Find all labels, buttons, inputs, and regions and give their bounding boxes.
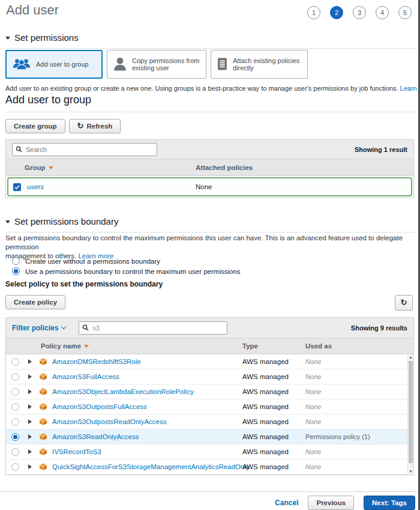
card-label: Attach existing policies directly bbox=[233, 57, 301, 71]
section-permissions-boundary: Set permissions boundary bbox=[5, 216, 417, 232]
learn-more-link[interactable]: Learn more bbox=[400, 85, 420, 92]
policy-cube-icon bbox=[39, 417, 47, 426]
policy-name-link[interactable]: AmazonS3ObjectLambdaExecutionRolePolicy bbox=[52, 388, 194, 395]
policy-cube-icon bbox=[39, 433, 47, 441]
refresh-policies-button[interactable]: ↻ bbox=[395, 295, 413, 311]
expand-caret-icon[interactable] bbox=[28, 464, 32, 469]
policy-radio[interactable] bbox=[11, 433, 19, 441]
select-policy-label: Select policy to set the permissions bou… bbox=[5, 280, 163, 288]
expand-caret-icon[interactable] bbox=[28, 389, 32, 394]
expand-caret-icon[interactable] bbox=[28, 449, 32, 454]
policy-row[interactable]: AmazonS3ReadOnlyAccessAWS managedPermiss… bbox=[6, 430, 413, 445]
column-policy-name[interactable]: Policy name bbox=[6, 342, 89, 350]
policy-row[interactable]: IVSRecordToS3AWS managedNone bbox=[6, 445, 413, 460]
group-row-users[interactable]: users None bbox=[7, 177, 412, 196]
scrollbar-thumb[interactable] bbox=[409, 361, 413, 463]
policy-radio[interactable] bbox=[11, 448, 19, 456]
step-circle-2: 2 bbox=[330, 6, 343, 19]
boundary-radio-group: Create user without a permissions bounda… bbox=[12, 257, 241, 275]
chevron-down-icon bbox=[61, 324, 66, 329]
radio-no-boundary[interactable]: Create user without a permissions bounda… bbox=[12, 257, 241, 265]
expand-caret-icon[interactable] bbox=[28, 419, 32, 424]
policy-row[interactable]: AmazonS3OutpostsReadOnlyAccessAWS manage… bbox=[6, 414, 413, 430]
policy-type: AWS managed bbox=[242, 358, 289, 365]
policy-name-link[interactable]: AmazonS3FullAccess bbox=[52, 373, 119, 380]
expand-caret-icon[interactable] bbox=[28, 374, 32, 379]
section-set-permissions: Set permissions bbox=[5, 32, 417, 49]
group-toolbar-buttons: Create group ↻Refresh bbox=[5, 119, 121, 133]
radio-label: Use a permissions boundary to control th… bbox=[25, 268, 241, 275]
policy-name-link[interactable]: AmazonDMSRedshiftS3Role bbox=[52, 358, 141, 365]
policy-search-input[interactable] bbox=[79, 321, 227, 335]
policy-used-as: None bbox=[305, 463, 321, 470]
radio-icon[interactable] bbox=[12, 267, 20, 275]
policy-type: AWS managed bbox=[242, 433, 289, 440]
radio-use-boundary[interactable]: Use a permissions boundary to control th… bbox=[12, 267, 241, 275]
group-search-input[interactable] bbox=[12, 143, 157, 156]
card-add-user-to-group[interactable]: Add user to group bbox=[5, 50, 103, 79]
cancel-link[interactable]: Cancel bbox=[275, 499, 298, 507]
create-policy-button[interactable]: Create policy bbox=[5, 295, 65, 309]
step-circle-1: 1 bbox=[307, 6, 320, 19]
previous-button[interactable]: Previous bbox=[308, 496, 354, 510]
column-group[interactable]: Group bbox=[6, 164, 53, 171]
policy-row[interactable]: AmazonS3FullAccessAWS managedNone bbox=[6, 369, 413, 384]
search-icon bbox=[16, 146, 22, 153]
policy-row[interactable]: QuickSightAccessForS3StorageManagementAn… bbox=[6, 460, 413, 475]
scroll-up-icon[interactable]: ▲ bbox=[408, 354, 413, 360]
policy-type: AWS managed bbox=[242, 403, 289, 410]
policy-name-link[interactable]: AmazonS3OutpostsReadOnlyAccess bbox=[52, 418, 166, 425]
policy-radio[interactable] bbox=[11, 418, 19, 426]
policy-search[interactable] bbox=[79, 321, 227, 335]
scroll-down-icon[interactable]: ▼ bbox=[408, 469, 413, 475]
search-icon bbox=[82, 324, 89, 331]
policy-table-toolbar: Filter policies Showing 9 results bbox=[6, 318, 413, 338]
card-copy-permissions[interactable]: Copy permissions from existing user bbox=[107, 50, 206, 79]
row-checkbox[interactable] bbox=[13, 183, 21, 191]
policy-radio[interactable] bbox=[11, 403, 19, 411]
footer-divider bbox=[0, 491, 420, 492]
collapse-triangle-icon[interactable] bbox=[5, 220, 10, 223]
create-group-button[interactable]: Create group bbox=[5, 119, 65, 133]
expand-caret-icon[interactable] bbox=[28, 359, 32, 364]
group-name-link[interactable]: users bbox=[27, 183, 44, 190]
policy-row[interactable]: AmazonS3ObjectLambdaExecutionRolePolicyA… bbox=[6, 384, 413, 399]
step-circle-5: 5 bbox=[398, 6, 412, 19]
vertical-scrollbar[interactable]: ▲ ▼ bbox=[407, 354, 413, 475]
group-table-header: Group Attached policies bbox=[6, 159, 413, 176]
page-title: Add user bbox=[6, 2, 59, 18]
policy-name-link[interactable]: IVSRecordToS3 bbox=[52, 448, 101, 455]
policy-row[interactable]: AmazonDMSRedshiftS3RoleAWS managedNone bbox=[6, 354, 413, 369]
policy-cube-icon bbox=[39, 387, 47, 396]
column-attached-policies[interactable]: Attached policies bbox=[196, 164, 253, 171]
document-icon bbox=[217, 58, 227, 71]
radio-label: Create user without a permissions bounda… bbox=[25, 258, 160, 265]
refresh-icon: ↻ bbox=[401, 300, 407, 306]
policy-name-link[interactable]: QuickSightAccessForS3StorageManagementAn… bbox=[52, 463, 250, 470]
policy-type: AWS managed bbox=[242, 448, 289, 455]
policy-row[interactable]: AmazonS3OutpostsFullAccessAWS managedNon… bbox=[6, 399, 413, 414]
policy-radio[interactable] bbox=[11, 388, 19, 396]
radio-icon[interactable] bbox=[12, 257, 20, 265]
column-used-as[interactable]: Used as bbox=[305, 342, 332, 350]
refresh-button[interactable]: ↻Refresh bbox=[69, 119, 121, 133]
policy-radio[interactable] bbox=[11, 373, 19, 381]
sort-caret-icon bbox=[84, 345, 89, 348]
filter-policies-dropdown[interactable]: Filter policies bbox=[12, 324, 65, 332]
policy-radio[interactable] bbox=[11, 358, 19, 366]
group-results-count: Showing 1 result bbox=[355, 146, 407, 153]
policy-radio[interactable] bbox=[11, 463, 19, 471]
expand-caret-icon[interactable] bbox=[28, 434, 32, 439]
policy-cube-icon bbox=[39, 402, 47, 411]
card-attach-policies[interactable]: Attach existing policies directly bbox=[211, 50, 308, 79]
policy-cube-icon bbox=[39, 357, 47, 366]
refresh-icon: ↻ bbox=[77, 123, 84, 129]
policy-name-link[interactable]: AmazonS3OutpostsFullAccess bbox=[52, 403, 147, 410]
group-search[interactable] bbox=[12, 143, 157, 156]
policy-name-link[interactable]: AmazonS3ReadOnlyAccess bbox=[52, 433, 139, 440]
expand-caret-icon[interactable] bbox=[28, 404, 32, 409]
column-type[interactable]: Type bbox=[242, 342, 258, 350]
collapse-triangle-icon[interactable] bbox=[5, 37, 10, 40]
next-tags-button[interactable]: Next: Tags bbox=[364, 496, 415, 510]
policy-cube-icon bbox=[39, 463, 47, 471]
